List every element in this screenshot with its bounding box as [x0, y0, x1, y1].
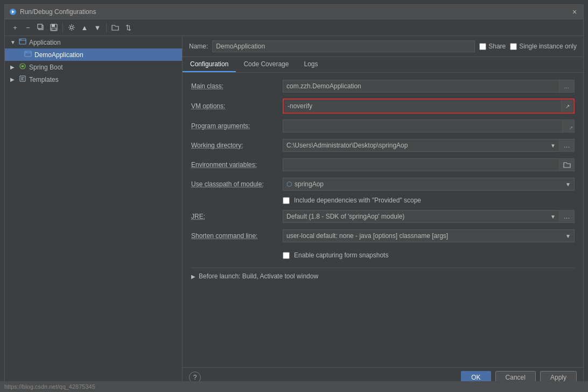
working-dir-dropdown[interactable]: C:\Users\Administrator\Desktop\springAop…: [283, 139, 559, 152]
shorten-cmd-row: Shorten command line: user-local default…: [191, 229, 575, 243]
name-label: Name:: [189, 43, 208, 50]
working-dir-arrow: ▼: [550, 143, 556, 149]
dialog-title: Run/Debug Configurations: [20, 8, 570, 16]
module-icon: ⬡: [286, 180, 292, 188]
name-input[interactable]: [212, 40, 475, 52]
section-divider: [191, 268, 575, 268]
single-instance-checkbox[interactable]: [510, 43, 517, 50]
main-class-input[interactable]: [283, 80, 559, 93]
jre-arrow: ▼: [550, 214, 556, 220]
include-deps-row: Include dependencies with "Provided" sco…: [191, 197, 575, 204]
use-classpath-row: Use classpath of module: ⬡ springAop ▼: [191, 177, 575, 191]
tab-code-coverage[interactable]: Code Coverage: [236, 57, 296, 72]
env-vars-input[interactable]: [283, 158, 559, 171]
share-checkbox[interactable]: [479, 43, 486, 50]
save-button[interactable]: [48, 22, 60, 33]
shorten-cmd-label: Shorten command line:: [191, 232, 283, 240]
arrow-up-button[interactable]: ▲: [79, 22, 90, 33]
status-url: https://blog.csdn.net/qq_42875345: [4, 383, 95, 390]
svg-rect-3: [38, 24, 42, 29]
use-classpath-value: springAop: [295, 180, 563, 188]
svg-rect-6: [52, 28, 56, 30]
share-checkbox-container: Share: [479, 43, 506, 50]
application-label: Application: [29, 39, 61, 46]
tree-spring-boot[interactable]: ▶ Spring Boot: [5, 61, 182, 73]
dialog-body: ▼ Application DemoApplication ▶: [5, 36, 583, 387]
dialog-icon: [9, 8, 17, 16]
right-panel: Name: Share Single instance only Configu…: [183, 36, 583, 387]
jre-label: JRE:: [191, 213, 283, 220]
env-vars-label: Environment variables:: [191, 161, 283, 169]
single-instance-container: Single instance only: [510, 43, 577, 50]
main-class-browse-btn[interactable]: …: [559, 80, 575, 93]
env-vars-browse-btn[interactable]: [559, 158, 575, 171]
env-vars-row: Environment variables:: [191, 158, 575, 172]
expand-arrow-spring: ▶: [10, 64, 17, 70]
working-dir-value: C:\Users\Administrator\Desktop\springAop: [286, 142, 548, 149]
use-classpath-dropdown[interactable]: ⬡ springAop ▼: [283, 178, 575, 191]
shorten-cmd-dropdown[interactable]: user-local default: none - java [options…: [283, 229, 575, 242]
working-dir-row: Working directory: C:\Users\Administrato…: [191, 138, 575, 152]
settings-button[interactable]: [66, 22, 78, 33]
jre-value: Default (1.8 - SDK of 'springAop' module…: [286, 213, 548, 220]
enable-snapshots-checkbox[interactable]: [283, 252, 290, 259]
program-args-input-group: ↗: [283, 120, 575, 132]
add-button[interactable]: +: [9, 22, 21, 33]
spring-boot-icon: [19, 62, 26, 72]
spring-boot-label: Spring Boot: [29, 64, 63, 71]
tree-demo-application[interactable]: DemoApplication: [5, 48, 182, 61]
include-deps-checkbox[interactable]: [283, 197, 290, 204]
no-arrow: [16, 52, 22, 58]
vm-options-expand-btn[interactable]: ↗: [561, 100, 573, 112]
name-row: Name: Share Single instance only: [183, 36, 583, 57]
working-dir-group: C:\Users\Administrator\Desktop\springAop…: [283, 139, 575, 152]
main-class-input-group: …: [283, 80, 575, 93]
use-classpath-label: Use classpath of module:: [191, 180, 283, 188]
main-class-row: Main class: …: [191, 79, 575, 93]
svg-point-11: [26, 52, 27, 53]
enable-snapshots-group: Enable capturing form snapshots: [283, 251, 388, 259]
jre-row: JRE: Default (1.8 - SDK of 'springAop' m…: [191, 209, 575, 223]
templates-label: Templates: [29, 76, 59, 83]
working-dir-browse-btn[interactable]: …: [559, 139, 575, 152]
program-args-expand-btn[interactable]: ↗: [563, 120, 575, 132]
toolbar-separator-2: [106, 23, 107, 32]
toolbar-separator: [62, 23, 63, 32]
sort-button[interactable]: ⇅: [122, 22, 134, 33]
arrow-down-button[interactable]: ▼: [92, 22, 103, 33]
use-classpath-arrow: ▼: [565, 181, 571, 187]
before-launch-arrow: ▶: [191, 274, 195, 279]
vm-options-wrapper: ↗: [283, 99, 575, 114]
close-button[interactable]: ×: [570, 8, 579, 16]
env-vars-group: [283, 158, 575, 171]
expand-arrow: ▼: [10, 39, 17, 45]
use-classpath-group: ⬡ springAop ▼: [283, 178, 575, 191]
svg-rect-5: [52, 24, 55, 27]
vm-options-row: VM options: ↗: [191, 99, 575, 114]
jre-browse-btn[interactable]: …: [559, 210, 575, 223]
copy-button[interactable]: [35, 22, 47, 33]
tab-logs[interactable]: Logs: [296, 57, 325, 72]
tabs-bar: Configuration Code Coverage Logs: [183, 57, 583, 73]
tree-templates[interactable]: ▶ Templates: [5, 73, 182, 86]
toolbar: + − ▲ ▼ ⇅: [5, 19, 583, 36]
expand-arrow-templates: ▶: [10, 76, 17, 82]
share-label: Share: [488, 43, 506, 50]
before-launch-section[interactable]: ▶ Before launch: Build, Activate tool wi…: [191, 272, 575, 280]
tree-application[interactable]: ▼ Application: [5, 36, 182, 48]
jre-group: Default (1.8 - SDK of 'springAop' module…: [283, 210, 575, 223]
program-args-input[interactable]: [283, 120, 563, 132]
folder-button[interactable]: [109, 22, 121, 33]
title-bar: Run/Debug Configurations ×: [5, 5, 583, 19]
jre-dropdown[interactable]: Default (1.8 - SDK of 'springAop' module…: [283, 210, 559, 223]
templates-icon: [19, 75, 26, 84]
tab-configuration[interactable]: Configuration: [183, 57, 236, 72]
program-args-row: Program arguments: ↗: [191, 119, 575, 133]
shorten-cmd-value: user-local default: none - java [options…: [286, 232, 563, 240]
enable-snapshots-label: Enable capturing form snapshots: [294, 251, 388, 259]
vm-options-input[interactable]: [284, 100, 561, 112]
application-icon: [19, 38, 26, 47]
main-class-label: Main class:: [191, 82, 283, 90]
remove-button[interactable]: −: [22, 22, 34, 33]
include-deps-label: Include dependencies with "Provided" sco…: [294, 197, 421, 204]
